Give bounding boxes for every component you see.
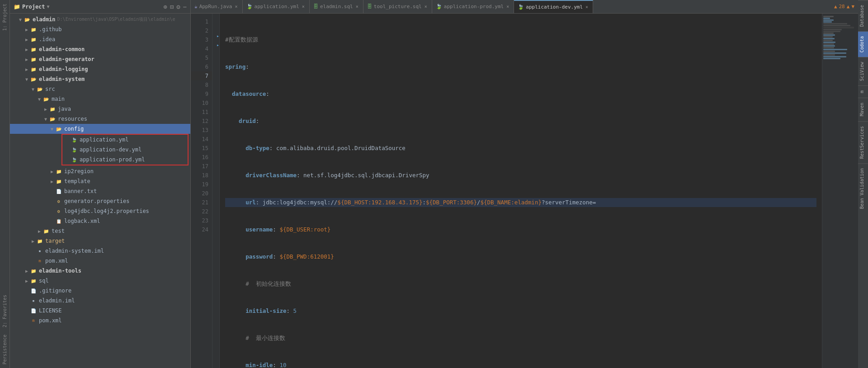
tree-item-target[interactable]: 📁 target <box>10 236 190 246</box>
folder-icon-java: 📁 <box>49 105 56 113</box>
line-num-1: 1 <box>191 17 212 26</box>
tree-item-java[interactable]: 📁 java <box>10 104 190 114</box>
tree-item-system[interactable]: 📂 eladmin-system <box>10 74 190 84</box>
tree-item-main[interactable]: 📂 main <box>10 94 190 104</box>
tree-item-resources[interactable]: 📂 resources <box>10 114 190 124</box>
favorites-tab-strip[interactable]: 2: Favorites <box>1 291 8 331</box>
tree-item-application-prod-yml[interactable]: 🍃 application-prod.yml <box>62 155 188 165</box>
tree-item-logging[interactable]: 📁 eladmin-logging <box>10 64 190 74</box>
persistence-tab-strip[interactable]: Persistence <box>1 331 8 368</box>
tree-item-test[interactable]: 📁 test <box>10 226 190 236</box>
tree-item-log4jdbc-props[interactable]: ⚙ log4jdbc.log4j2.properties <box>10 206 190 216</box>
folder-icon-config: 📂 <box>55 125 62 132</box>
minimap-line-20 <box>823 51 835 52</box>
tree-item-github[interactable]: 📁 .github <box>10 24 190 34</box>
warning-icon: ▲ <box>834 4 837 9</box>
tree-item-pom-system[interactable]: m pom.xml <box>10 256 190 266</box>
line-num-22: 22 <box>191 207 212 216</box>
tree-label-pom-system: pom.xml <box>45 258 68 264</box>
sql-icon-tab-eladmin: 🗄 <box>313 4 318 9</box>
tree-item-system-iml[interactable]: ▪ eladmin-system.iml <box>10 246 190 256</box>
tree-item-application-dev-yml[interactable]: 🍃 application-dev.yml <box>62 145 188 155</box>
minimap-line-10 <box>823 33 834 34</box>
project-tab-strip[interactable]: 1: Project <box>1 0 8 34</box>
java-icon-tab: ☕ <box>194 4 198 9</box>
project-panel: 📁 Project ▼ ⊕ ⊟ ⚙ − 📂 eladmin D:\Envirom… <box>10 0 191 368</box>
folder-icon-tools: 📁 <box>30 267 37 274</box>
close-tab-application-yml[interactable]: × <box>301 4 306 9</box>
tree-item-generator[interactable]: 📁 eladmin-generator <box>10 54 190 64</box>
line-num-23: 23 <box>191 216 212 225</box>
xml-icon-logback: 📋 <box>55 217 62 225</box>
code-line-12: # 最小连接数 <box>225 334 816 343</box>
error-arrow-down[interactable]: ▼ <box>851 4 854 9</box>
tab-application-yml[interactable]: 🍃 application.yml × <box>243 0 310 14</box>
folder-icon-ip2region: 📁 <box>55 168 62 175</box>
close-tab-application-prod[interactable]: × <box>505 4 510 9</box>
txt-icon-banner: 📄 <box>55 188 62 195</box>
sciview-panel-tab[interactable]: SciView <box>858 57 868 85</box>
minimap-line-13 <box>823 38 835 39</box>
line-num-21: 21 <box>191 198 212 207</box>
settings-icon[interactable]: ⚙ <box>176 3 180 10</box>
tab-eladmin-sql[interactable]: 🗄 eladmin.sql × <box>310 0 363 14</box>
minimize-icon[interactable]: − <box>183 3 187 10</box>
tab-tool-picture-sql[interactable]: 🗄 tool_picture.sql × <box>363 0 432 14</box>
tree-item-template[interactable]: 📁 template <box>10 176 190 186</box>
line-num-12: 12 <box>191 117 212 126</box>
code-line-2: spring: <box>225 62 816 71</box>
tree-item-application-yml[interactable]: 🍃 application.yml <box>62 135 188 145</box>
codota-panel-tab[interactable]: Codota <box>858 31 868 57</box>
tree-item-tools[interactable]: 📁 eladmin-tools <box>10 266 190 276</box>
tree-item-eladmin[interactable]: 📂 eladmin D:\Enviroment\java\OSP\eladmin… <box>10 14 190 24</box>
tree-item-common[interactable]: 📁 eladmin-common <box>10 44 190 54</box>
tree-label-application-prod-yml: application-prod.yml <box>80 156 145 163</box>
tab-label-application-prod: application-prod.yml <box>444 4 504 9</box>
line-num-10: 10 <box>191 99 212 108</box>
tree-item-eladmin-iml[interactable]: ▪ eladmin.iml <box>10 296 190 306</box>
tree-label-system-iml: eladmin-system.iml <box>45 248 104 254</box>
close-tab-apprun[interactable]: × <box>234 4 238 9</box>
tree-label-template: template <box>64 178 90 184</box>
tab-apprun[interactable]: ☕ AppRun.java × <box>191 0 243 14</box>
minimap-line-6 <box>823 25 850 26</box>
tree-item-ip2region[interactable]: 📁 ip2region <box>10 166 190 176</box>
chevron-down-icon[interactable]: ▼ <box>47 4 50 9</box>
sync-icon[interactable]: ⊕ <box>163 3 167 10</box>
tree-arrow-system <box>24 76 30 82</box>
tree-item-pom-root[interactable]: m pom.xml <box>10 316 190 326</box>
database-panel-tab[interactable]: Database <box>858 0 868 31</box>
rest-services-panel-tab[interactable]: RestServices <box>858 121 868 163</box>
tree-item-idea[interactable]: 📁 .idea <box>10 34 190 44</box>
collapse-icon[interactable]: ⊟ <box>170 3 174 10</box>
tree-item-banner[interactable]: 📄 banner.txt <box>10 186 190 196</box>
tree-item-gitignore[interactable]: 📄 .gitignore <box>10 286 190 296</box>
tree-item-config[interactable]: 📂 config <box>10 124 190 134</box>
tree-item-generator-props[interactable]: ⚙ generator.properties <box>10 196 190 206</box>
yaml-icon-tab-app: 🍃 <box>246 4 253 9</box>
tree-item-sql[interactable]: 📁 sql <box>10 276 190 286</box>
tree-label-github: .github <box>39 26 62 33</box>
code-editor[interactable]: #配置数据源 spring: datasource: druid: db-typ… <box>220 14 822 368</box>
folder-icon-target: 📁 <box>36 237 43 245</box>
error-arrow-up[interactable]: ▲ <box>847 4 850 9</box>
project-icon: 📁 <box>14 4 20 10</box>
tree-label-sql: sql <box>39 278 49 284</box>
tree-item-src[interactable]: 📂 src <box>10 84 190 94</box>
tree-arrow-src <box>30 86 36 92</box>
bean-validation-panel-tab[interactable]: Bean Validation <box>858 163 868 213</box>
tab-application-prod[interactable]: 🍃 application-prod.yml × <box>432 0 514 14</box>
tree-label-log4jdbc-props: log4jdbc.log4j2.properties <box>64 208 149 214</box>
folder-icon-system: 📂 <box>30 75 37 83</box>
m-panel-tab[interactable]: m <box>858 85 868 98</box>
tree-arrow-resources <box>42 116 49 122</box>
tab-application-dev[interactable]: 🍃 application-dev.yml × <box>514 0 593 14</box>
maven-panel-tab[interactable]: Maven <box>858 98 868 121</box>
close-tab-tool-picture-sql[interactable]: × <box>424 4 428 9</box>
line-num-3: 3 <box>191 35 212 44</box>
close-tab-application-dev[interactable]: × <box>585 5 589 9</box>
pom-icon-root: m <box>30 317 37 324</box>
tree-item-logback[interactable]: 📋 logback.xml <box>10 216 190 226</box>
tree-item-license[interactable]: 📄 LICENSE <box>10 306 190 316</box>
close-tab-eladmin-sql[interactable]: × <box>355 4 359 9</box>
